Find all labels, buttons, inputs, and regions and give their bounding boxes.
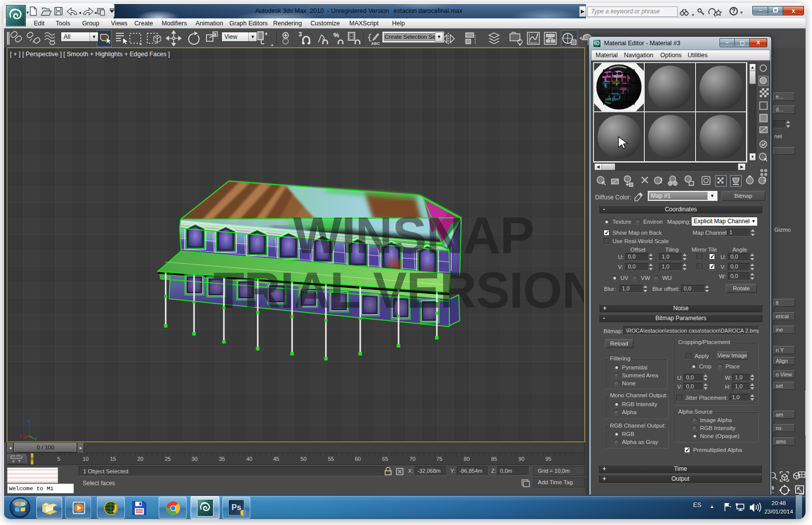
svg-text:x: x xyxy=(19,433,22,438)
svg-text:ABC: ABC xyxy=(371,41,380,46)
svg-text:3: 3 xyxy=(299,31,302,38)
svg-text:y: y xyxy=(34,436,37,440)
svg-text:%: % xyxy=(333,31,339,39)
svg-text:z: z xyxy=(28,419,30,424)
